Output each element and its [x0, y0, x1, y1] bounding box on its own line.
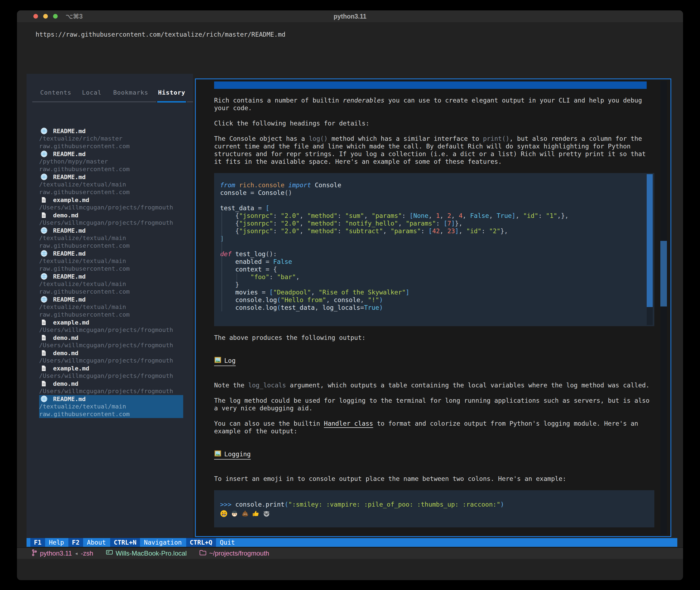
status-item-text: Wills-MacBook-Pro.local: [116, 550, 187, 557]
history-list: README.md/textualize/rich/masterraw.gith…: [39, 127, 187, 418]
history-item-title: example.md: [39, 196, 183, 204]
history-item-filename: demo.md: [53, 350, 79, 357]
image-link[interactable]: Log: [214, 357, 236, 366]
screen: ⌥⌘3 python3.11 https://raw.githubusercon…: [0, 0, 700, 590]
active-tab-underline: [157, 101, 186, 103]
paragraph: The log method could be used for logging…: [214, 397, 657, 412]
history-item-title: README.md: [39, 150, 183, 158]
image-link[interactable]: Logging: [214, 450, 251, 460]
footer-key-ctrl-q[interactable]: CTRL+Q: [186, 538, 216, 547]
scrolled-heading-bar: [214, 82, 647, 89]
paragraph: The Console object has a log() method wh…: [214, 135, 657, 166]
history-item-domain: raw.githubusercontent.com: [39, 242, 183, 250]
history-item[interactable]: README.md/textualize/textual/mainraw.git…: [39, 296, 183, 318]
image-link-label: Log: [224, 357, 236, 364]
viewer-scrollbar[interactable]: [660, 81, 667, 534]
history-item-domain: raw.githubusercontent.com: [39, 142, 183, 150]
markdown-viewer: Rich contains a number of builtin render…: [195, 79, 671, 537]
paragraph: Please use this feature wisely.: [214, 535, 657, 537]
sidebar-tab-bar: Contents Local Bookmarks History: [26, 87, 193, 103]
globe-icon: [40, 250, 49, 257]
code-scrollbar[interactable]: [647, 174, 653, 325]
footer-action-help[interactable]: Help: [45, 538, 68, 547]
history-item-title: README.md: [39, 173, 183, 181]
history-item[interactable]: demo.md/Users/willmcgugan/projects/frogm…: [39, 334, 183, 349]
status-item-text: ~/projects/frogmouth: [209, 550, 269, 557]
tab-underline: [32, 101, 156, 102]
status-item: ~/projects/frogmouth: [199, 549, 269, 558]
footer-key-f2[interactable]: F2: [68, 538, 83, 547]
tab-history[interactable]: History: [158, 89, 185, 96]
history-item[interactable]: demo.md/Users/willmcgugan/projects/frogm…: [39, 211, 183, 227]
history-item-title: README.md: [39, 296, 183, 303]
history-item[interactable]: example.md/Users/willmcgugan/projects/fr…: [39, 318, 183, 334]
vampire-icon: [231, 510, 238, 518]
history-item-title: demo.md: [39, 334, 183, 341]
footer-key-ctrl-n[interactable]: CTRL+N: [110, 538, 140, 547]
history-item-path: /Users/willmcgugan/projects/frogmouth: [39, 387, 183, 395]
history-item-title: README.md: [39, 127, 183, 135]
history-item-path: /Users/willmcgugan/projects/frogmouth: [39, 357, 183, 365]
paragraph: Rich contains a number of builtin render…: [214, 97, 657, 112]
globe-icon: [40, 127, 49, 134]
history-item-filename: README.md: [53, 273, 86, 280]
viewer-scrollbar-thumb[interactable]: [660, 241, 667, 306]
history-item-domain: raw.githubusercontent.com: [39, 188, 183, 196]
history-item[interactable]: README.md/python/mypy/masterraw.githubus…: [39, 150, 183, 173]
history-item[interactable]: README.md/textualize/textual/mainraw.git…: [39, 173, 183, 196]
history-item[interactable]: example.md/Users/willmcgugan/projects/fr…: [39, 196, 183, 211]
history-item-title: README.md: [39, 273, 183, 280]
history-item-filename: demo.md: [53, 334, 79, 341]
footer-action-navigation[interactable]: Navigation: [140, 538, 186, 547]
history-item[interactable]: README.md/textualize/textual/mainraw.git…: [39, 395, 183, 418]
footer-key-f1[interactable]: F1: [30, 538, 45, 547]
history-item-title: README.md: [39, 250, 183, 257]
history-item-path: /Users/willmcgugan/projects/frogmouth: [39, 326, 183, 334]
globe-icon: [40, 273, 49, 280]
omnibox-url-input[interactable]: https://raw.githubusercontent.com/textua…: [26, 28, 677, 41]
status-item: Wills-MacBook-Pro.local: [106, 549, 187, 558]
history-item-title: example.md: [39, 365, 183, 372]
history-item-filename: example.md: [53, 365, 89, 372]
tab-local[interactable]: Local: [82, 89, 101, 96]
history-item[interactable]: README.md/textualize/textual/mainraw.git…: [39, 273, 183, 296]
status-item-text: python3.11: [40, 550, 72, 557]
history-item-filename: README.md: [53, 174, 86, 180]
globe-icon: [40, 395, 49, 402]
footer-action-about[interactable]: About: [83, 538, 110, 547]
history-item-filename: example.md: [53, 197, 89, 203]
repl-code-block: >>> console.print(":smiley: :vampire: :p…: [214, 490, 654, 527]
history-item[interactable]: example.md/Users/willmcgugan/projects/fr…: [39, 365, 183, 380]
history-item[interactable]: demo.md/Users/willmcgugan/projects/frogm…: [39, 380, 183, 395]
history-item[interactable]: README.md/textualize/textual/mainraw.git…: [39, 250, 183, 273]
history-item[interactable]: README.md/textualize/textual/mainraw.git…: [39, 227, 183, 250]
paragraph: Click the following headings for details…: [214, 119, 657, 127]
history-item-path: /textualize/textual/main: [39, 181, 183, 188]
history-item-path: /python/mypy/master: [39, 158, 183, 166]
pile-of-poo-icon: [241, 510, 249, 518]
history-item-filename: README.md: [53, 396, 86, 402]
history-item[interactable]: README.md/textualize/rich/masterraw.gith…: [39, 127, 183, 150]
history-item-path: /textualize/textual/main: [39, 234, 183, 242]
history-item-path: /textualize/textual/main: [39, 257, 183, 265]
history-item-path: /textualize/textual/main: [39, 280, 183, 288]
footer-action-quit[interactable]: Quit: [216, 538, 239, 547]
history-item-filename: demo.md: [53, 212, 79, 219]
key-bindings-footer: F1HelpF2AboutCTRL+NNavigationCTRL+QQuit: [26, 538, 677, 547]
title-bar: ⌥⌘3 python3.11: [17, 10, 683, 23]
code-scrollbar-thumb[interactable]: [647, 174, 653, 307]
tab-bookmarks[interactable]: Bookmarks: [113, 89, 148, 96]
paragraph: You can also use the builtin Handler cla…: [214, 420, 657, 435]
tab-contents[interactable]: Contents: [40, 89, 71, 96]
emoji-output-row: [220, 509, 643, 519]
inline-link[interactable]: Handler class: [324, 420, 373, 427]
globe-icon: [40, 173, 49, 180]
history-item-filename: README.md: [53, 128, 86, 134]
fork-icon: [31, 549, 37, 558]
sidebar: Contents Local Bookmarks History README.…: [26, 74, 193, 538]
paragraph: Note the log_locals argument, which outp…: [214, 381, 657, 389]
history-item-title: README.md: [39, 227, 183, 234]
paragraph: To insert an emoji in to console output …: [214, 475, 657, 483]
history-item-domain: raw.githubusercontent.com: [39, 311, 183, 318]
history-item[interactable]: demo.md/Users/willmcgugan/projects/frogm…: [39, 349, 183, 365]
